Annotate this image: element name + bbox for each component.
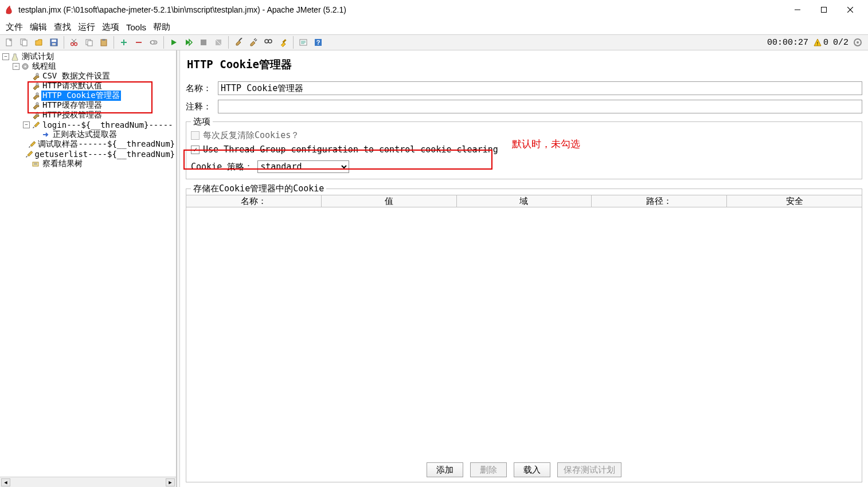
th-path[interactable]: 路径： <box>592 195 727 207</box>
cookie-storage-fieldset: 存储在Cookie管理器中的Cookie 名称： 值 域 路径： 安全 添加 删… <box>186 188 862 482</box>
svg-point-41 <box>25 65 26 67</box>
collapse-icon[interactable] <box>132 36 146 49</box>
svg-rect-49 <box>28 151 32 156</box>
wrench-icon <box>31 101 40 109</box>
delete-button[interactable]: 删除 <box>470 462 507 477</box>
clear-each-label: 每次反复清除Cookies？ <box>203 130 299 141</box>
tree-node-label: CSV 数据文件设置 <box>41 71 111 81</box>
menu-help[interactable]: 帮助 <box>151 21 173 34</box>
svg-point-42 <box>36 73 38 75</box>
tree-node[interactable]: −线程组 <box>0 61 176 71</box>
wrench-icon <box>31 82 40 90</box>
toolbar: ? 00:00:27 ! 0 0/2 <box>0 34 868 50</box>
tree-node[interactable]: −login---${__threadNum}----- <box>0 120 176 129</box>
paste-icon[interactable] <box>97 36 111 49</box>
search-icon[interactable] <box>261 36 275 49</box>
comment-label: 注释： <box>186 101 218 112</box>
name-row: 名称： <box>186 81 862 95</box>
tree-node[interactable]: HTTP Cookie管理器 <box>0 91 176 100</box>
menu-search[interactable]: 查找 <box>52 21 73 34</box>
save-icon[interactable] <box>47 36 61 49</box>
tree-node[interactable]: CSV 数据文件设置 <box>0 71 176 81</box>
svg-rect-17 <box>102 39 105 41</box>
th-secure[interactable]: 安全 <box>727 195 862 207</box>
pencil-icon <box>25 150 33 158</box>
load-button[interactable]: 载入 <box>514 462 550 477</box>
window-title: testplan.jmx (F:\01soft\apache-jmeter-5.… <box>18 5 784 14</box>
tree-pane: −测试计划−线程组CSV 数据文件设置HTTP请求默认值HTTP Cookie管… <box>0 50 177 487</box>
tree-node[interactable]: getuserlist----${__threadNum} <box>0 149 176 159</box>
tree-node[interactable]: 察看结果树 <box>0 159 176 168</box>
scroll-right-icon[interactable]: ► <box>166 478 175 486</box>
function-helper-icon[interactable] <box>296 36 310 49</box>
tree-node[interactable]: HTTP授权管理器 <box>0 110 176 120</box>
cookie-table-body[interactable] <box>186 207 862 458</box>
svg-rect-23 <box>201 40 206 45</box>
menu-options[interactable]: 选项 <box>100 21 122 34</box>
add-button[interactable]: 添加 <box>427 462 463 477</box>
cookie-policy-select[interactable]: standard <box>257 160 349 173</box>
cookie-table-header: 名称： 值 域 路径： 安全 <box>186 195 862 207</box>
start-icon[interactable] <box>167 36 181 49</box>
wrench-icon <box>31 72 40 80</box>
menu-run[interactable]: 运行 <box>76 21 97 34</box>
test-plan-tree[interactable]: −测试计划−线程组CSV 数据文件设置HTTP请求默认值HTTP Cookie管… <box>0 50 176 477</box>
jmeter-icon <box>5 5 14 14</box>
tree-toggle[interactable]: − <box>13 63 19 70</box>
svg-point-22 <box>151 41 154 44</box>
cut-icon[interactable] <box>67 36 81 49</box>
start-notimers-icon[interactable] <box>182 36 196 49</box>
save-button[interactable]: 保存测试计划 <box>557 462 621 477</box>
tree-node[interactable]: HTTP请求默认值 <box>0 81 176 91</box>
tree-node[interactable]: −测试计划 <box>0 52 176 61</box>
name-label: 名称： <box>186 83 218 94</box>
shutdown-icon[interactable] <box>212 36 225 49</box>
close-button[interactable] <box>837 1 863 18</box>
svg-text:?: ? <box>316 39 320 46</box>
th-domain[interactable]: 域 <box>457 195 592 207</box>
th-value[interactable]: 值 <box>322 195 457 207</box>
tree-toggle[interactable]: − <box>2 53 9 60</box>
use-threadgroup-checkbox[interactable]: ✓ <box>191 146 200 154</box>
tree-node[interactable]: 调试取样器------${__threadNum} <box>0 139 176 149</box>
clear-icon[interactable] <box>232 36 245 49</box>
use-threadgroup-label: Use Thread Group configuration to contro… <box>203 144 498 155</box>
menu-tools[interactable]: Tools <box>124 21 148 33</box>
maximize-button[interactable] <box>811 1 837 18</box>
tree-node-label: HTTP缓存管理器 <box>41 100 103 111</box>
copy-icon[interactable] <box>82 36 96 49</box>
toggle-icon[interactable] <box>147 36 161 49</box>
name-input[interactable] <box>218 81 862 95</box>
tree-toggle[interactable]: − <box>23 121 30 128</box>
menu-edit[interactable]: 编辑 <box>28 21 49 34</box>
open-icon[interactable] <box>32 36 46 49</box>
scroll-left-icon[interactable]: ◄ <box>1 478 10 486</box>
stop-icon[interactable] <box>197 36 210 49</box>
help-icon[interactable]: ? <box>311 36 325 49</box>
clearall-icon[interactable] <box>247 36 260 49</box>
expand-icon[interactable] <box>117 36 131 49</box>
svg-rect-48 <box>31 142 36 146</box>
reset-search-icon[interactable] <box>276 36 290 49</box>
tree-node[interactable]: 正则表达式提取器 <box>0 129 176 139</box>
tree-node-label: HTTP请求默认值 <box>41 81 103 91</box>
svg-point-46 <box>36 112 38 114</box>
tree-node-label: 测试计划 <box>21 52 55 62</box>
titlebar: testplan.jmx (F:\01soft\apache-jmeter-5.… <box>0 0 868 19</box>
gear-icon <box>21 62 30 70</box>
wrench-icon <box>31 111 40 119</box>
minimize-button[interactable] <box>784 1 811 18</box>
clear-each-checkbox[interactable] <box>191 131 200 140</box>
th-name[interactable]: 名称： <box>186 195 322 207</box>
new-icon[interactable] <box>2 36 16 49</box>
templates-icon[interactable] <box>17 36 31 49</box>
tree-node[interactable]: HTTP缓存管理器 <box>0 100 176 110</box>
menu-file[interactable]: 文件 <box>3 21 25 34</box>
options-legend: 选项 <box>191 116 213 127</box>
svg-point-39 <box>857 41 859 44</box>
cookie-policy-label: Cookie 策略： <box>191 162 253 172</box>
cookie-policy-row: Cookie 策略： standard <box>191 160 857 173</box>
comment-input[interactable] <box>218 100 862 113</box>
menubar: 文件 编辑 查找 运行 选项 Tools 帮助 <box>0 19 868 34</box>
tree-horizontal-scrollbar[interactable]: ◄ ► <box>0 477 176 487</box>
